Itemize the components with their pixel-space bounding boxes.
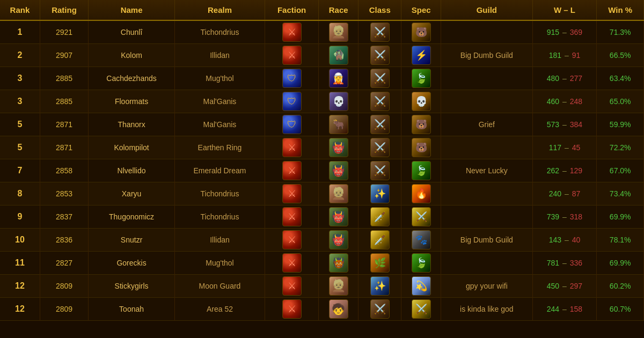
rating-cell: 2858 <box>40 159 88 182</box>
race-icon <box>329 276 348 296</box>
rating-cell: 2809 <box>40 275 88 298</box>
wl-separator: – <box>565 143 571 152</box>
spec-icon <box>412 138 431 157</box>
wins: 181 <box>549 51 561 60</box>
wl-cell: 143 – 40 <box>532 229 597 252</box>
realm-cell: Mal'Ganis <box>175 90 265 113</box>
name-cell[interactable]: Floormats <box>89 90 175 113</box>
wl-cell: 117 – 45 <box>532 136 597 159</box>
faction-icon <box>282 207 302 226</box>
name-cell[interactable]: Xaryu <box>89 182 175 205</box>
spec-cell <box>401 298 441 321</box>
spec-cell <box>401 136 441 159</box>
rating-cell: 2836 <box>40 229 88 252</box>
race-cell <box>319 136 358 159</box>
winpct-cell: 69.9% <box>597 205 644 229</box>
race-cell <box>319 252 358 275</box>
spec-cell <box>401 113 441 136</box>
losses: 384 <box>570 120 582 129</box>
name-cell[interactable]: Cachdezhands <box>89 67 175 90</box>
class-cell <box>358 182 401 205</box>
class-cell <box>358 90 401 113</box>
wins: 117 <box>549 143 561 152</box>
class-cell <box>358 159 401 182</box>
wl-cell: 915 – 369 <box>532 20 597 44</box>
col-wl: W – L <box>532 0 597 20</box>
race-icon <box>329 23 348 42</box>
name-cell[interactable]: Thanorx <box>89 113 175 136</box>
faction-icon <box>282 276 302 296</box>
faction-icon <box>282 138 302 157</box>
leaderboard-table: Rank Rating Name Realm Faction Race Clas… <box>0 0 644 321</box>
rating-cell: 2827 <box>40 252 88 275</box>
name-cell[interactable]: Nlvellido <box>89 159 175 182</box>
class-icon <box>370 207 390 226</box>
faction-cell <box>265 159 318 182</box>
class-icon <box>370 253 390 273</box>
class-cell <box>358 113 401 136</box>
faction-cell <box>265 298 318 321</box>
winpct-cell: 63.4% <box>597 67 644 90</box>
wl-cell: 781 – 336 <box>532 252 597 275</box>
guild-cell <box>441 67 532 90</box>
wl-cell: 460 – 248 <box>532 90 597 113</box>
class-icon <box>370 69 390 88</box>
race-cell <box>319 159 358 182</box>
winpct-cell: 65.0% <box>597 90 644 113</box>
race-cell <box>319 44 358 67</box>
name-cell[interactable]: Snutzr <box>89 229 175 252</box>
faction-cell <box>265 182 318 205</box>
rating-cell: 2837 <box>40 205 88 229</box>
rating-cell: 2921 <box>40 20 88 44</box>
losses: 336 <box>570 259 582 267</box>
faction-cell <box>265 20 318 44</box>
guild-cell <box>441 205 532 229</box>
rank-cell: 8 <box>0 182 40 205</box>
winpct-cell: 60.2% <box>597 275 644 298</box>
table-row: 5 2871 Kolompilot Earthen Ring 117 – 45 … <box>0 136 644 159</box>
class-icon <box>370 276 390 296</box>
losses: 158 <box>570 305 582 313</box>
wins: 915 <box>547 28 559 36</box>
spec-cell <box>401 20 441 44</box>
class-cell <box>358 229 401 252</box>
col-winpct: Win % <box>597 0 644 20</box>
faction-cell <box>265 136 318 159</box>
losses: 248 <box>570 97 582 106</box>
name-cell[interactable]: Chunlî <box>89 20 175 44</box>
wl-separator: – <box>565 51 571 60</box>
race-icon <box>329 161 348 180</box>
wl-separator: – <box>562 74 569 83</box>
name-cell[interactable]: Stickygirls <box>89 275 175 298</box>
class-cell <box>358 205 401 229</box>
name-cell[interactable]: Kolompilot <box>89 136 175 159</box>
race-icon <box>329 115 348 134</box>
faction-icon <box>282 69 302 88</box>
race-icon <box>329 138 348 157</box>
class-cell <box>358 252 401 275</box>
faction-cell <box>265 205 318 229</box>
wl-separator: – <box>562 166 569 175</box>
name-cell[interactable]: Kolom <box>89 44 175 67</box>
name-cell[interactable]: Toonah <box>89 298 175 321</box>
race-icon <box>329 230 348 249</box>
faction-icon <box>282 115 302 134</box>
guild-cell <box>441 252 532 275</box>
wl-separator: – <box>562 212 569 221</box>
faction-cell <box>265 113 318 136</box>
name-cell[interactable]: Thugonomicz <box>89 205 175 229</box>
col-realm: Realm <box>175 0 265 20</box>
table-row: 8 2853 Xaryu Tichondrius 240 – 87 73.4% <box>0 182 644 205</box>
guild-cell <box>441 20 532 44</box>
col-faction: Faction <box>265 0 318 20</box>
name-cell[interactable]: Goreckis <box>89 252 175 275</box>
losses: 87 <box>572 189 581 198</box>
realm-cell: Area 52 <box>175 298 265 321</box>
race-cell <box>319 113 358 136</box>
rating-cell: 2809 <box>40 298 88 321</box>
class-icon <box>370 46 390 65</box>
wins: 450 <box>547 282 559 290</box>
rating-cell: 2871 <box>40 136 88 159</box>
losses: 129 <box>570 166 582 175</box>
wl-cell: 262 – 129 <box>532 159 597 182</box>
